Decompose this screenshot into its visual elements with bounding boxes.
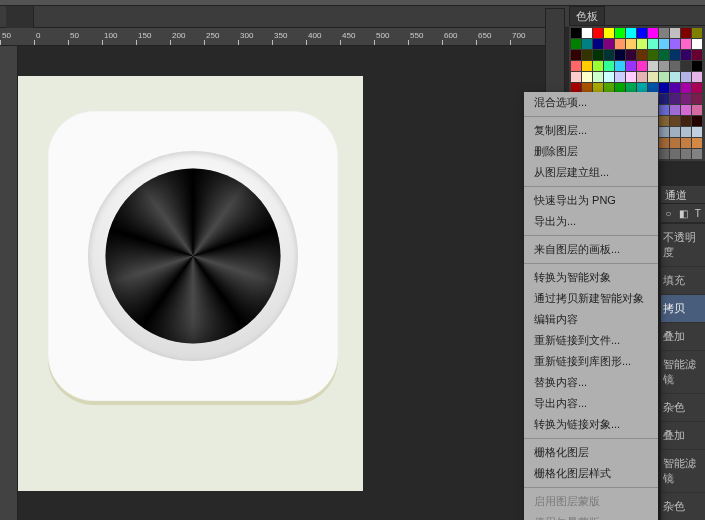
- swatch[interactable]: [604, 61, 614, 71]
- type-icon[interactable]: T: [692, 206, 703, 220]
- swatch[interactable]: [692, 138, 702, 148]
- swatch[interactable]: [681, 138, 691, 148]
- swatch[interactable]: [659, 149, 669, 159]
- swatch[interactable]: [670, 94, 680, 104]
- swatch[interactable]: [593, 28, 603, 38]
- swatch[interactable]: [692, 83, 702, 93]
- swatch[interactable]: [571, 39, 581, 49]
- swatch[interactable]: [615, 50, 625, 60]
- swatch[interactable]: [593, 72, 603, 82]
- menu-export-as[interactable]: 导出为...: [524, 211, 658, 232]
- circle-icon[interactable]: ○: [663, 206, 674, 220]
- swatch[interactable]: [582, 72, 592, 82]
- swatch[interactable]: [626, 28, 636, 38]
- swatch[interactable]: [626, 39, 636, 49]
- menu-group-from-layers[interactable]: 从图层建立组...: [524, 162, 658, 183]
- menu-blending-options[interactable]: 混合选项...: [524, 92, 658, 113]
- menu-new-smart-via-copy[interactable]: 通过拷贝新建智能对象: [524, 288, 658, 309]
- swatch[interactable]: [681, 127, 691, 137]
- swatch[interactable]: [604, 72, 614, 82]
- collapsed-panel-group[interactable]: [545, 8, 565, 98]
- menu-quick-export-png[interactable]: 快速导出为 PNG: [524, 190, 658, 211]
- swatch[interactable]: [670, 83, 680, 93]
- channels-tab[interactable]: 通道: [661, 186, 705, 204]
- swatch[interactable]: [692, 72, 702, 82]
- mask-icon[interactable]: ◧: [678, 206, 689, 220]
- swatch[interactable]: [692, 105, 702, 115]
- menu-replace-contents[interactable]: 替换内容...: [524, 372, 658, 393]
- menu-edit-contents[interactable]: 编辑内容: [524, 309, 658, 330]
- menu-rasterize-layer[interactable]: 栅格化图层: [524, 442, 658, 463]
- swatch[interactable]: [593, 39, 603, 49]
- layer-entry-copy[interactable]: 拷贝: [661, 295, 705, 323]
- menu-relink-library[interactable]: 重新链接到库图形...: [524, 351, 658, 372]
- artboard[interactable]: [18, 76, 363, 491]
- swatch[interactable]: [670, 28, 680, 38]
- swatch[interactable]: [659, 127, 669, 137]
- swatch[interactable]: [659, 83, 669, 93]
- swatch[interactable]: [681, 94, 691, 104]
- swatch[interactable]: [582, 28, 592, 38]
- swatch[interactable]: [626, 72, 636, 82]
- menu-duplicate-layer[interactable]: 复制图层...: [524, 120, 658, 141]
- swatch[interactable]: [637, 28, 647, 38]
- menu-convert-smart-object[interactable]: 转换为智能对象: [524, 267, 658, 288]
- swatch[interactable]: [670, 116, 680, 126]
- document-tab[interactable]: [6, 6, 34, 28]
- canvas-area[interactable]: [18, 46, 545, 520]
- swatch[interactable]: [659, 28, 669, 38]
- swatch[interactable]: [681, 116, 691, 126]
- swatch[interactable]: [604, 39, 614, 49]
- swatches-tab[interactable]: 色板: [569, 6, 605, 25]
- swatch[interactable]: [692, 149, 702, 159]
- swatch[interactable]: [604, 50, 614, 60]
- swatch[interactable]: [615, 72, 625, 82]
- swatch[interactable]: [571, 72, 581, 82]
- menu-delete-layer[interactable]: 删除图层: [524, 141, 658, 162]
- swatch[interactable]: [681, 39, 691, 49]
- swatch[interactable]: [648, 61, 658, 71]
- swatch[interactable]: [648, 28, 658, 38]
- swatch[interactable]: [659, 94, 669, 104]
- swatch[interactable]: [692, 94, 702, 104]
- swatch[interactable]: [648, 72, 658, 82]
- swatch[interactable]: [681, 50, 691, 60]
- swatch[interactable]: [659, 50, 669, 60]
- swatch[interactable]: [681, 105, 691, 115]
- swatch[interactable]: [571, 50, 581, 60]
- swatch[interactable]: [637, 61, 647, 71]
- swatch[interactable]: [670, 61, 680, 71]
- swatch[interactable]: [615, 39, 625, 49]
- swatch[interactable]: [670, 138, 680, 148]
- menu-export-contents[interactable]: 导出内容...: [524, 393, 658, 414]
- swatch[interactable]: [593, 50, 603, 60]
- swatch[interactable]: [670, 105, 680, 115]
- swatch[interactable]: [681, 61, 691, 71]
- swatch[interactable]: [681, 28, 691, 38]
- swatch[interactable]: [670, 50, 680, 60]
- swatch[interactable]: [659, 72, 669, 82]
- swatch[interactable]: [615, 28, 625, 38]
- swatch[interactable]: [692, 61, 702, 71]
- swatch[interactable]: [648, 39, 658, 49]
- swatch[interactable]: [659, 39, 669, 49]
- swatch[interactable]: [571, 28, 581, 38]
- menu-artboard-from-layers[interactable]: 来自图层的画板...: [524, 239, 658, 260]
- swatch[interactable]: [670, 149, 680, 159]
- swatch[interactable]: [582, 61, 592, 71]
- swatch[interactable]: [659, 138, 669, 148]
- swatch[interactable]: [670, 72, 680, 82]
- swatch[interactable]: [637, 50, 647, 60]
- swatch[interactable]: [681, 149, 691, 159]
- swatch[interactable]: [582, 50, 592, 60]
- swatch[interactable]: [692, 116, 702, 126]
- swatch[interactable]: [637, 72, 647, 82]
- swatch[interactable]: [670, 39, 680, 49]
- menu-relink-file[interactable]: 重新链接到文件...: [524, 330, 658, 351]
- swatch[interactable]: [659, 116, 669, 126]
- swatch[interactable]: [659, 105, 669, 115]
- swatch[interactable]: [637, 39, 647, 49]
- swatch[interactable]: [692, 50, 702, 60]
- rounded-card-shape[interactable]: [48, 111, 338, 401]
- swatch[interactable]: [692, 28, 702, 38]
